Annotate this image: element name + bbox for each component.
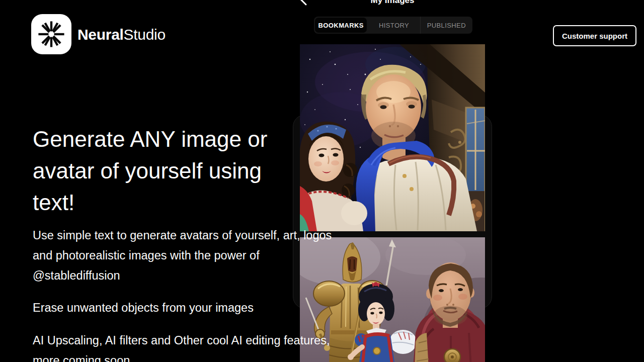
hero-paragraph-2: Erase unwanted objects from your images [33, 298, 254, 318]
screen-title: My Images [300, 0, 485, 6]
brand-wordmark: NeuralStudio [77, 26, 166, 43]
tab-bookmarks[interactable]: BOOKMARKS [315, 18, 367, 33]
customer-support-button[interactable]: Customer support [553, 25, 636, 46]
brand-regular: Studio [124, 26, 166, 43]
tab-history[interactable]: HISTORY [368, 17, 420, 34]
starburst-icon [35, 18, 67, 50]
hero-paragraph-3: AI Upscaling, AI filters and Other cool … [33, 330, 330, 362]
hero-heading: Generate ANY image or avatar of yourself… [33, 123, 267, 218]
tab-published[interactable]: PUBLISHED [420, 17, 472, 34]
hero-paragraph-1: Use simple text to generate avatars of y… [33, 225, 332, 286]
neuralstudio-logo[interactable] [31, 14, 71, 54]
brand-bold: Neural [77, 26, 124, 43]
couple-portrait-art [300, 44, 485, 231]
gallery-tabbar: BOOKMARKS HISTORY PUBLISHED [314, 17, 472, 34]
gallery-image-couple[interactable] [300, 44, 485, 231]
